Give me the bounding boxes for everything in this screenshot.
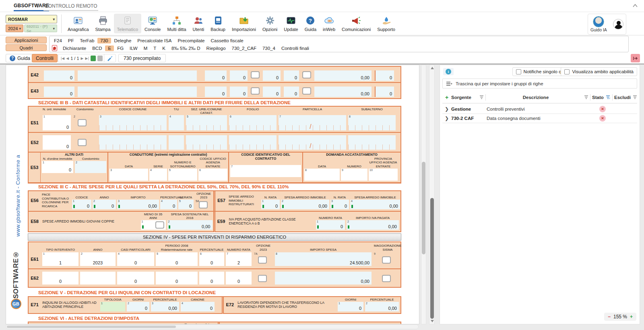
help-tab[interactable]: ? <box>36 3 39 9</box>
company-select[interactable]: ROSMAR▾ <box>6 15 57 23</box>
guida-toolbar-button[interactable]: ?Guida <box>301 14 320 33</box>
form-checkbox[interactable] <box>302 71 311 78</box>
console-button[interactable]: Console <box>141 14 164 33</box>
form-field[interactable]: 5 <box>186 115 227 130</box>
column-stato[interactable]: Stato <box>592 95 606 100</box>
form-field[interactable]: 20 <box>127 302 149 311</box>
guida-button[interactable]: ?Guida <box>6 54 34 62</box>
stampa-button[interactable]: Stampa <box>92 14 114 33</box>
form-field[interactable]: 22023 <box>80 252 116 266</box>
tab-pf[interactable]: PF <box>65 38 77 43</box>
form-field[interactable] <box>99 135 167 150</box>
form-checkbox[interactable] <box>251 87 260 95</box>
form-field[interactable]: 824.500,00 <box>275 252 372 266</box>
form-field[interactable]: 20,00 <box>281 200 329 209</box>
tab-t[interactable]: T <box>151 45 159 51</box>
form-field[interactable]: 40 <box>181 302 215 311</box>
form-field[interactable]: 10 <box>261 200 280 209</box>
column-sorgente[interactable]: Sorgente <box>451 95 479 100</box>
form-name-button[interactable]: 730 precompilato <box>118 54 166 62</box>
comunicazioni-button[interactable]: Comunicazioni <box>339 14 374 33</box>
form-field[interactable]: 20,00 <box>365 302 399 311</box>
guido-ia-button[interactable]: Guido IA <box>590 16 607 32</box>
form-field[interactable]: 8 <box>348 115 396 130</box>
inweb-button[interactable]: inWeb <box>320 14 339 33</box>
form-field[interactable] <box>229 135 277 150</box>
tab-730-4[interactable]: 730_4 <box>260 45 278 51</box>
scrollbar-thumb[interactable] <box>7 326 176 328</box>
quadri-button[interactable]: Quadri <box>6 44 47 51</box>
importazioni-button[interactable]: Importazioni <box>229 14 259 33</box>
scrollbar-thumb[interactable] <box>430 198 434 319</box>
pdf-icon[interactable] <box>52 45 57 51</box>
form-field[interactable]: 60 <box>199 252 224 266</box>
form-field[interactable]: 4 <box>149 169 167 181</box>
info-button[interactable]: i <box>443 68 454 75</box>
add-row-button[interactable]: + <box>442 94 451 101</box>
form-checkbox[interactable] <box>78 139 87 146</box>
form-field[interactable]: 0 <box>205 70 227 81</box>
form-field[interactable]: 0 <box>375 70 394 81</box>
form-field[interactable]: 0 <box>263 87 281 97</box>
tab-riepilogo[interactable]: Riepilogo <box>204 45 229 51</box>
tab-m[interactable]: M <box>141 45 151 51</box>
collapse-ribbon-chevron-icon[interactable] <box>633 4 638 7</box>
column-escludi[interactable]: Escludi <box>614 95 633 100</box>
form-field[interactable]: 3 <box>99 115 167 130</box>
form-field[interactable]: 0,00 <box>314 70 372 81</box>
tab-otto-per-mille[interactable]: 8‰ 5‰ 2‰ D <box>169 45 203 51</box>
form-field[interactable]: 2 <box>75 161 106 173</box>
form-field[interactable]: 0 <box>284 87 299 97</box>
status-error-icon[interactable]: ✕ <box>599 115 606 122</box>
form-field[interactable]: 30,00 <box>117 200 159 209</box>
form-field[interactable]: 0 <box>44 70 74 81</box>
form-field[interactable]: 10 <box>316 220 345 230</box>
clean-button[interactable] <box>104 54 116 62</box>
tab-730-2-caf[interactable]: 730_2_CAF <box>229 45 259 51</box>
form-field[interactable]: 72 <box>226 252 252 266</box>
expand-chevron-icon[interactable]: ❯ <box>442 106 451 112</box>
first-record-icon[interactable]: |◀ <box>61 56 64 60</box>
form-field[interactable]: 0 <box>205 87 227 97</box>
filter-active-icon[interactable] <box>606 95 611 100</box>
form-field[interactable]: 10 <box>42 161 73 173</box>
form-field[interactable]: 4 <box>169 115 184 130</box>
form-field[interactable] <box>169 135 184 150</box>
last-record-icon[interactable]: ▶| <box>85 56 89 60</box>
zoom-in-button[interactable]: + <box>630 314 633 320</box>
form-field[interactable]: 1 <box>100 302 125 311</box>
form-checkbox[interactable] <box>78 119 87 126</box>
form-field[interactable]: 0 <box>117 272 154 285</box>
tab-fg[interactable]: FG <box>114 45 126 51</box>
form-scrollbar[interactable] <box>421 65 426 324</box>
form-checkbox[interactable] <box>199 201 208 208</box>
tab-controllo-remoto[interactable]: CONTROLLO REMOTO <box>43 3 98 11</box>
form-field[interactable]: 3 <box>109 169 148 181</box>
form-field[interactable]: 40 <box>117 252 154 266</box>
form-field[interactable]: 40 <box>160 200 177 209</box>
tab-dichiarante[interactable]: Dichiarante <box>60 45 89 51</box>
form-field[interactable]: 0 <box>199 272 224 285</box>
anagrafica-button[interactable]: Anagrafica <box>64 14 92 33</box>
table-row[interactable]: ❯ Gestione Controlli preventivi ✕ <box>442 105 637 114</box>
form-field[interactable]: 20,00 <box>167 220 213 230</box>
form-field[interactable] <box>78 70 197 81</box>
form-field[interactable]: 1 <box>141 220 166 230</box>
scroll-up-icon[interactable] <box>431 67 434 69</box>
opzioni-button[interactable]: Opzioni <box>259 14 281 33</box>
tab-terfab[interactable]: TerFab <box>77 38 97 43</box>
form-field[interactable]: 30,00 <box>151 302 179 311</box>
form-checkbox[interactable] <box>302 87 311 95</box>
controlli-button[interactable]: Controlli <box>32 54 58 62</box>
form-field[interactable]: 0 <box>44 87 74 97</box>
form-field[interactable]: 7/ <box>279 115 346 130</box>
next-record-icon[interactable]: ▶ <box>81 56 84 60</box>
form-checkbox[interactable] <box>155 221 164 229</box>
user-profile-icon[interactable] <box>613 19 623 29</box>
scrollbar-thumb[interactable] <box>422 162 425 254</box>
form-field[interactable]: 0,00 <box>275 272 372 285</box>
scroll-down-icon[interactable] <box>431 320 434 322</box>
utenti-button[interactable]: Utenti <box>190 14 208 33</box>
form-field[interactable]: 0 <box>43 135 71 150</box>
tab-precalcolate-isa[interactable]: Precalcolate ISA <box>134 38 174 43</box>
